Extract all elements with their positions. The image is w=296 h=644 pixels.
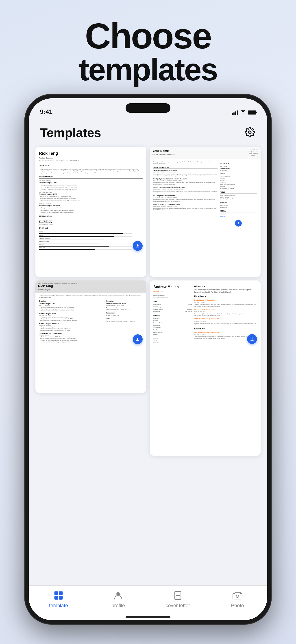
phone-frame: 9:41 Templates [25,94,271,624]
signal-bars-icon [232,110,238,115]
tab-template-label: template [49,603,68,608]
skill-adobexd: Adobe XD [39,247,143,250]
skill-principle: Principle [39,244,143,246]
download-icon-rt2 [136,337,140,342]
skill-figma: Figma [39,231,143,234]
tab-cover-letter-label: cover letter [166,603,190,608]
template-card-your-name[interactable]: Your Name SENIOR PRODUCT DESIGNER portfo… [150,147,261,277]
svg-rect-4 [59,596,63,600]
tab-template[interactable]: template [29,590,88,608]
dynamic-island [126,103,170,113]
download-icon-am [250,337,254,341]
profile-person-icon [112,590,124,601]
settings-button[interactable] [244,126,256,139]
template-card-rick-tang[interactable]: Rick Tang Product Designer San Francisco… [35,147,146,277]
download-button-yn[interactable] [235,220,242,226]
rt-role: Product Designer [39,157,143,159]
app-header: Templates [29,118,267,144]
home-indicator [126,616,170,618]
template-grid-icon [53,590,64,601]
camera-icon [232,590,243,601]
template-card-andrew-mallen[interactable]: Andrew Mallen Design Lead hello@andrew.c… [150,280,261,456]
tab-cover-letter[interactable]: cover letter [148,590,208,608]
template-column-right: Your Name SENIOR PRODUCT DESIGNER portfo… [150,147,261,537]
status-time: 9:41 [40,108,52,116]
tab-photo[interactable]: Photo [208,590,267,608]
rt-education-section: 03 EDUCATION [39,215,143,218]
rt-exp-uber: Mar 2015 - Present Product Designer, Ube… [39,180,143,190]
download-button-rt[interactable] [133,241,143,251]
rt-exp-facebook: June 2013 - Sep 2013 Product Designer, F… [39,203,143,213]
download-icon [136,244,140,248]
phone-screen: 9:41 Templates [29,98,267,620]
templates-grid: Rick Tang Product Designer San Francisco… [29,144,267,540]
template-column-left: Rick Tang Product Designer San Francisco… [35,147,146,537]
tab-profile[interactable]: profile [88,590,148,608]
am-name: Andrew Mallen [153,284,192,290]
rt-contact: San Francisco, California ricktang@gmail… [39,160,143,162]
skill-sketch: Sketch [39,234,143,237]
tab-profile-label: profile [112,603,125,608]
header: Choose templates [0,0,296,99]
status-icons [232,110,256,116]
rt2-name: Rick Tang [38,284,144,288]
tab-photo-label: Photo [231,603,244,608]
rt-name: Rick Tang [39,151,143,156]
rt-exp-ifttt: Dec 2013 - Mar 2015 Product Designer, IF… [39,191,143,202]
yn-name: Your Name [152,149,175,153]
rt-profile-text: I'm a product designer focused on ensuri… [39,168,143,174]
am-title: Design Lead [153,290,192,292]
rt-experience-section: 02 EXPERIENCE [39,176,143,179]
yn-role: SENIOR PRODUCT DESIGNER [152,153,175,155]
svg-point-10 [236,595,239,598]
rt-profile-section: 01 PROFILE [39,164,143,167]
skill-photoshop: Adobe Photoshop [39,237,143,240]
svg-point-0 [249,131,251,134]
document-icon [172,590,184,601]
rt-skills-section: 04 SKILLS [39,227,143,230]
download-icon-yn [237,222,240,225]
wifi-icon [240,110,246,116]
template-card-rick-tang-2[interactable]: San Francisco, California • ricktang@gma… [35,280,146,393]
download-button-am[interactable] [247,334,257,344]
app-title: Templates [40,125,101,140]
gear-icon [245,127,255,138]
app-content: Templates Ric [29,118,267,620]
tab-bar: template profile [29,586,267,620]
header-title-line1: Choose [0,18,296,54]
battery-icon [248,110,256,114]
svg-rect-3 [54,596,58,600]
svg-rect-1 [54,592,58,595]
svg-rect-2 [59,592,63,595]
header-title-line2: templates [0,54,296,85]
skill-illustrator: Adobe Illustrator [39,241,143,244]
